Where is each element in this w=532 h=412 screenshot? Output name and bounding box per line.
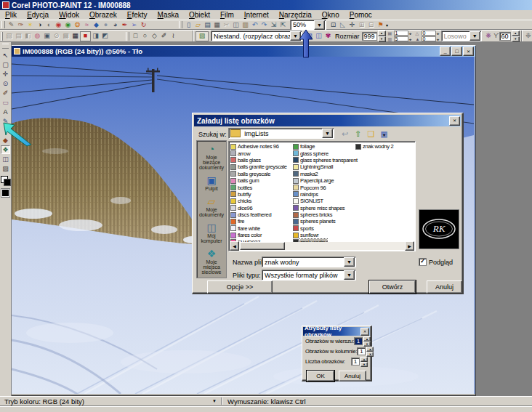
file-item[interactable]: sphere misc shapes xyxy=(293,205,355,211)
rectangle-tool-icon[interactable]: □ xyxy=(131,32,140,41)
eyedropper-tool-icon[interactable]: ✐ xyxy=(1,89,10,97)
scroll-right-icon[interactable]: ▶ xyxy=(405,241,414,251)
mask-xor-icon[interactable]: ◍ xyxy=(33,32,42,41)
horizontal-scrollbar[interactable]: ◀ ▶ xyxy=(230,242,414,250)
file-list[interactable]: Adhesive notes 96arrowballs glassballs g… xyxy=(228,141,416,251)
background-color-swatch[interactable] xyxy=(4,179,11,186)
mini-spinner-icon[interactable]: ◂▸ xyxy=(437,37,439,41)
redo-icon[interactable]: ↷ xyxy=(259,20,269,29)
paint-tool-icon[interactable]: ✎ xyxy=(1,117,10,126)
menu-item[interactable]: Film xyxy=(215,11,239,19)
file-item[interactable]: chicks xyxy=(230,198,293,204)
close-icon[interactable]: ✕ xyxy=(449,116,460,126)
preset-preview-icon[interactable]: ▧ xyxy=(196,31,209,41)
spinner-up-icon[interactable]: ▲ xyxy=(378,31,386,36)
attribute-spinner[interactable]: 1 ▲▼ xyxy=(354,337,371,345)
export-icon[interactable]: ⇱ xyxy=(278,20,288,29)
file-item[interactable]: spheres bricks xyxy=(293,211,355,218)
brush-preset-combo[interactable]: Niestand. (rozpylacz obraz.) ▼ xyxy=(211,31,302,41)
menu-item[interactable]: Obiekt xyxy=(184,11,215,19)
menu-item[interactable]: Okno xyxy=(317,11,344,19)
spinner-up-icon[interactable]: ▲ xyxy=(512,31,520,36)
chevron-down-icon[interactable]: ▼ xyxy=(314,20,325,30)
scrollbar-thumb[interactable] xyxy=(240,242,285,250)
chevron-down-icon[interactable]: ▼ xyxy=(322,129,333,138)
toolbar-grip[interactable] xyxy=(1,32,3,41)
menu-item[interactable]: Efekty xyxy=(122,11,153,19)
scroll-left-icon[interactable]: ◀ xyxy=(230,241,239,251)
place-my-computer[interactable]: ◫ Mój komputer xyxy=(197,222,226,243)
file-item[interactable]: spheres planets xyxy=(293,218,355,225)
fill-color-swatch[interactable] xyxy=(1,189,9,197)
spread-field[interactable]: △ 0 ◂▸ xyxy=(416,31,439,36)
save-image-list-icon[interactable]: ◫ xyxy=(314,32,323,41)
copy-icon[interactable]: ◫ xyxy=(231,20,241,29)
close-button[interactable]: ✕ xyxy=(463,47,474,56)
chevron-down-icon[interactable]: ▼ xyxy=(290,31,301,41)
menu-item[interactable]: Maska xyxy=(153,11,184,19)
minimize-button[interactable]: _ xyxy=(440,47,451,56)
mini-spinner-icon[interactable]: ◂▸ xyxy=(409,37,411,41)
file-item[interactable]: maska2 xyxy=(293,171,355,177)
mask-transform-tool-icon[interactable]: ✛ xyxy=(1,70,10,78)
menu-item[interactable]: Internet xyxy=(239,11,274,19)
cut-icon[interactable]: ✂ xyxy=(222,20,231,29)
ellipse-tool-icon[interactable]: ○ xyxy=(140,32,150,41)
attribute-spinner[interactable]: 1 ▲▼ xyxy=(351,358,368,365)
spinner-up-icon[interactable]: ▲ xyxy=(363,336,371,342)
file-item[interactable]: PaperclipLarge xyxy=(293,177,355,184)
mask-invert-icon[interactable]: ▩ xyxy=(61,32,70,41)
mask-all-icon[interactable]: ◩ xyxy=(100,32,110,41)
close-icon[interactable]: ✕ xyxy=(360,328,369,336)
mask-rect-tool-icon[interactable]: ▢ xyxy=(1,60,10,69)
mini-spinner-icon[interactable]: ◂▸ xyxy=(437,31,439,36)
mask-window-icon[interactable]: ▣ xyxy=(42,32,52,41)
file-item[interactable]: dice96 xyxy=(230,205,293,211)
save-icon[interactable]: ▤ xyxy=(203,20,212,29)
chevron-down-icon[interactable]: ▼ xyxy=(212,399,219,403)
mask-subtract-icon[interactable]: ◧ xyxy=(23,32,33,41)
file-item[interactable]: bottles xyxy=(230,184,293,190)
menu-item[interactable]: Obrazek xyxy=(84,11,122,19)
document-titlebar[interactable]: IM000888 (RGB (24 bity)) @50% - Tło _ □ … xyxy=(12,46,475,57)
eraser-tool-icon[interactable]: ▭ xyxy=(1,98,10,107)
pan-icon[interactable]: ✛ xyxy=(347,20,357,29)
swirl-icon[interactable]: ↻ xyxy=(139,20,148,29)
zoom-level-combo[interactable]: 50% ▼ xyxy=(290,20,326,31)
file-item[interactable]: fire xyxy=(230,218,293,225)
file-item[interactable]: butrfly xyxy=(230,191,293,198)
mask-disable-icon[interactable]: ⊘ xyxy=(52,32,61,41)
file-item[interactable]: flares color xyxy=(230,232,293,238)
new-document-icon[interactable]: ▯ xyxy=(184,20,193,29)
new-folder-icon[interactable]: ❑ xyxy=(366,129,376,139)
fill-tool-icon[interactable]: ◆ xyxy=(1,136,10,145)
tone-icon[interactable]: ◐ xyxy=(44,20,54,29)
create-spraylist-icon[interactable]: ✾ xyxy=(323,32,333,41)
back-icon[interactable]: ↩ xyxy=(339,129,350,139)
place-desktop[interactable]: ▣ Pulpit xyxy=(197,175,226,191)
chevron-down-icon[interactable]: ▼ xyxy=(469,31,480,41)
sphere-icon[interactable]: ● xyxy=(101,20,110,29)
import-icon[interactable]: ⇲ xyxy=(269,20,278,29)
cancel-button[interactable]: Anuluj xyxy=(427,280,462,294)
reset-icon[interactable]: ❋ xyxy=(484,32,493,41)
file-item[interactable]: balls greyscale xyxy=(230,171,293,177)
notification-icon[interactable]: ⚑ xyxy=(376,20,385,29)
droplet-icon[interactable]: ◆ xyxy=(92,20,101,29)
undo-icon[interactable]: ↶ xyxy=(250,20,259,29)
file-item[interactable]: sports xyxy=(293,225,355,232)
wave-icon[interactable]: ≈ xyxy=(82,20,92,29)
path-tool-icon[interactable]: ≀ xyxy=(169,32,178,41)
text-tool-icon[interactable]: A xyxy=(1,108,10,116)
look-in-combo[interactable]: ImgLists ▼ xyxy=(228,128,334,139)
open-icon[interactable]: ▱ xyxy=(193,20,203,29)
file-item[interactable]: znak wodny 2 xyxy=(355,143,416,150)
dialog-titlebar[interactable]: Załaduj listę obrazków ✕ xyxy=(194,115,461,126)
place-network[interactable]: ❖ Moje miejsca sieciowe xyxy=(197,249,226,275)
file-item[interactable]: balls glass xyxy=(230,157,293,163)
pencil-icon[interactable]: ✎ xyxy=(7,20,16,29)
screen-preview-icon[interactable]: ⊡ xyxy=(329,20,338,29)
dabs-field[interactable]: ▤ 1 ◂▸ xyxy=(388,31,411,36)
print-icon[interactable]: ▦ xyxy=(212,20,222,29)
image-sprayer-tool-icon[interactable]: ❖ xyxy=(1,145,10,154)
